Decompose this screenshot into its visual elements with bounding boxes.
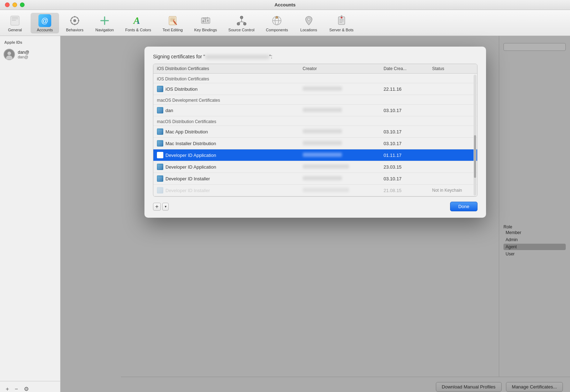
cert-name: Developer ID Installer xyxy=(165,188,210,193)
window-title: Accounts xyxy=(274,2,295,7)
navigation-label: Navigation xyxy=(95,28,114,32)
creator-blurred xyxy=(303,153,342,157)
remove-account-button[interactable]: − xyxy=(13,385,19,392)
components-label: Components xyxy=(266,28,288,32)
cert-icon xyxy=(157,187,163,194)
col-name: iOS Distribution Certificates xyxy=(153,64,299,74)
source-control-label: Source Control xyxy=(228,28,254,32)
add-dropdown-button[interactable]: ▾ xyxy=(162,203,169,211)
cert-icon xyxy=(157,152,163,158)
svg-rect-7 xyxy=(74,24,75,25)
svg-point-27 xyxy=(240,16,243,19)
accounts-label: Accounts xyxy=(37,28,53,32)
cert-table-wrap: iOS Distribution Certificates Creator Da… xyxy=(153,64,477,197)
key-bindings-label: Key Bindings xyxy=(194,28,217,32)
col-creator: Creator xyxy=(299,64,380,74)
toolbar-item-fonts-colors[interactable]: A Fonts & Colors xyxy=(120,13,156,33)
svg-point-37 xyxy=(307,18,310,21)
table-row[interactable]: Developer ID Installer 03.10.17 xyxy=(153,173,477,185)
sidebar-header: Apple IDs xyxy=(0,40,60,47)
toolbar-item-text-editing[interactable]: Text Editing xyxy=(158,13,188,33)
settings-button[interactable]: ⚙ xyxy=(22,385,30,392)
toolbar-item-source-control[interactable]: Source Control xyxy=(223,13,259,33)
maximize-button[interactable] xyxy=(20,2,25,7)
locations-label: Locations xyxy=(300,28,317,32)
svg-text:A: A xyxy=(133,15,140,26)
toolbar-item-key-bindings[interactable]: alt opt Key Bindings xyxy=(189,13,222,33)
toolbar-item-accounts[interactable]: @ Accounts xyxy=(31,13,59,33)
fonts-colors-icon: A xyxy=(132,14,144,27)
svg-rect-42 xyxy=(339,21,344,21)
table-row[interactable]: Mac Installer Distribution 03.10.17 xyxy=(153,138,477,149)
svg-rect-8 xyxy=(70,20,72,21)
table-row[interactable]: Mac App Distribution 03.10.17 xyxy=(153,126,477,138)
scrollbar-thumb xyxy=(474,135,476,178)
source-control-icon xyxy=(235,14,248,27)
server-bots-icon xyxy=(335,14,348,27)
svg-rect-2 xyxy=(12,18,18,19)
toolbar: General @ Accounts Behaviors xyxy=(0,10,570,36)
svg-rect-19 xyxy=(170,19,175,20)
sidebar: Apple IDs dan@ dan@ + − ⚙ xyxy=(0,36,60,392)
cert-name: Developer ID Application xyxy=(165,153,216,158)
svg-rect-6 xyxy=(74,16,75,17)
sidebar-account-item[interactable]: dan@ dan@ xyxy=(0,47,60,62)
toolbar-item-navigation[interactable]: Navigation xyxy=(90,13,119,33)
modal-dialog: Signing certificates for "": iOS Distrib… xyxy=(144,47,486,218)
col-date: Date Crea... xyxy=(380,64,429,74)
creator-blurred xyxy=(303,141,342,145)
toolbar-item-behaviors[interactable]: Behaviors xyxy=(60,13,89,33)
svg-point-40 xyxy=(341,17,342,18)
key-bindings-icon: alt opt xyxy=(199,14,212,27)
table-row[interactable]: Developer ID Application 01.11.17 xyxy=(153,149,477,161)
svg-point-29 xyxy=(243,22,246,25)
cert-name: iOS Distribution xyxy=(165,86,197,92)
section-macos-dist: macOS Distribution Certificates xyxy=(153,116,477,126)
window-controls[interactable] xyxy=(5,2,25,7)
done-button[interactable]: Done xyxy=(450,202,477,211)
account-name: dan@ xyxy=(18,50,29,55)
modal-footer: + ▾ Done xyxy=(144,197,486,218)
section-ios-dist: iOS Distribution Certificates xyxy=(153,74,477,83)
locations-icon xyxy=(302,14,315,27)
svg-point-28 xyxy=(237,22,240,25)
cert-name: Developer ID Application xyxy=(165,164,216,170)
cert-icon xyxy=(157,140,163,147)
svg-rect-9 xyxy=(78,20,79,21)
cert-icon xyxy=(157,107,163,113)
svg-text:opt: opt xyxy=(203,16,209,20)
toolbar-item-locations[interactable]: Locations xyxy=(295,13,323,33)
toolbar-item-components[interactable]: Components xyxy=(261,13,293,33)
table-row[interactable]: Developer ID Application 23.03.15 xyxy=(153,161,477,173)
close-button[interactable] xyxy=(5,2,10,7)
behaviors-label: Behaviors xyxy=(66,28,84,32)
svg-rect-41 xyxy=(339,19,344,20)
cert-icon xyxy=(157,86,163,92)
table-header-row: iOS Distribution Certificates Creator Da… xyxy=(153,64,477,74)
cert-name: Mac Installer Distribution xyxy=(165,141,216,146)
minimize-button[interactable] xyxy=(12,2,17,7)
modal-header: Signing certificates for "": xyxy=(144,47,486,64)
table-row[interactable]: iOS Distribution 22.11.16 xyxy=(153,83,477,95)
cert-name: dan xyxy=(165,108,173,113)
svg-line-31 xyxy=(238,22,242,22)
table-row[interactable]: Developer ID Installer 21.08.15 Not in K… xyxy=(153,185,477,196)
col-status: Status xyxy=(429,64,477,74)
toolbar-item-general[interactable]: General xyxy=(1,13,29,33)
behaviors-icon xyxy=(68,14,81,27)
sidebar-footer: + − ⚙ xyxy=(0,381,60,392)
scrollbar[interactable] xyxy=(474,75,476,196)
creator-blurred xyxy=(303,188,349,192)
add-account-button[interactable]: + xyxy=(4,385,10,392)
toolbar-item-server-bots[interactable]: Server & Bots xyxy=(324,13,359,33)
cert-icon xyxy=(157,164,163,170)
text-editing-icon xyxy=(166,14,179,27)
creator-blurred xyxy=(303,176,342,180)
add-certificate-button[interactable]: + xyxy=(153,203,161,211)
components-icon xyxy=(270,14,283,27)
table-row[interactable]: dan 03.10.17 xyxy=(153,105,477,116)
modal-overlay: Signing certificates for "": iOS Distrib… xyxy=(60,36,570,392)
svg-point-5 xyxy=(73,19,76,22)
modal-title: Signing certificates for "": xyxy=(153,54,272,59)
content-area: Role Member Admin Agent User Download Ma… xyxy=(60,36,570,392)
